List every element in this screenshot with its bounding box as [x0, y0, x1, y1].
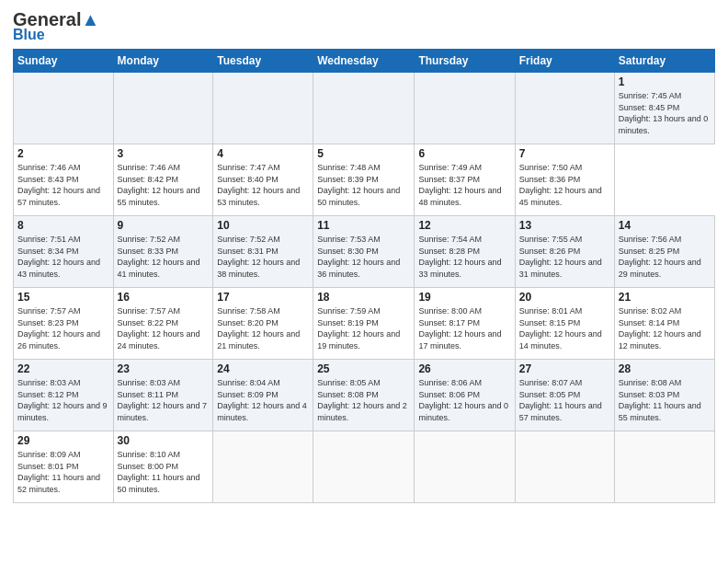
calendar-cell: 26Sunrise: 8:06 AMSunset: 8:06 PMDayligh…	[415, 360, 515, 431]
day-number: 14	[619, 219, 711, 232]
day-info: Sunrise: 8:05 AMSunset: 8:08 PMDaylight:…	[317, 377, 410, 423]
day-number: 28	[619, 362, 711, 375]
day-info: Sunrise: 7:59 AMSunset: 8:19 PMDaylight:…	[317, 305, 410, 351]
logo-subtext: Blue	[13, 27, 45, 43]
day-info: Sunrise: 7:55 AMSunset: 8:26 PMDaylight:…	[519, 234, 610, 280]
calendar-cell	[515, 431, 614, 503]
day-info: Sunrise: 8:00 AMSunset: 8:17 PMDaylight:…	[418, 305, 510, 351]
calendar-cell	[515, 73, 614, 144]
day-number: 2	[17, 147, 109, 160]
day-info: Sunrise: 7:47 AMSunset: 8:40 PMDaylight:…	[217, 162, 309, 208]
day-info: Sunrise: 7:49 AMSunset: 8:37 PMDaylight:…	[418, 162, 510, 208]
day-number: 13	[519, 219, 610, 232]
day-info: Sunrise: 8:02 AMSunset: 8:14 PMDaylight:…	[619, 305, 711, 351]
day-info: Sunrise: 8:08 AMSunset: 8:03 PMDaylight:…	[619, 377, 711, 423]
day-number: 7	[519, 147, 610, 160]
calendar-cell: 6Sunrise: 7:49 AMSunset: 8:37 PMDaylight…	[415, 144, 515, 216]
calendar-cell	[14, 73, 114, 144]
day-number: 3	[118, 147, 210, 160]
week-row-3: 15Sunrise: 7:57 AMSunset: 8:23 PMDayligh…	[14, 288, 715, 360]
day-info: Sunrise: 7:58 AMSunset: 8:20 PMDaylight:…	[217, 305, 309, 351]
calendar-cell: 12Sunrise: 7:54 AMSunset: 8:28 PMDayligh…	[415, 216, 515, 288]
logo: General▲ Blue	[13, 9, 99, 43]
calendar-cell	[614, 431, 714, 503]
day-number: 29	[17, 434, 109, 447]
day-number: 18	[317, 291, 410, 304]
day-header-saturday: Saturday	[614, 50, 714, 73]
week-row-0: 1Sunrise: 7:45 AMSunset: 8:45 PMDaylight…	[14, 73, 715, 144]
day-number: 4	[217, 147, 309, 160]
day-info: Sunrise: 8:04 AMSunset: 8:09 PMDaylight:…	[217, 377, 309, 423]
calendar-cell: 5Sunrise: 7:48 AMSunset: 8:39 PMDaylight…	[313, 144, 415, 216]
calendar-cell: 13Sunrise: 7:55 AMSunset: 8:26 PMDayligh…	[515, 216, 614, 288]
calendar-cell	[213, 431, 313, 503]
calendar-cell: 8Sunrise: 7:51 AMSunset: 8:34 PMDaylight…	[14, 216, 114, 288]
day-number: 27	[519, 362, 610, 375]
header: General▲ Blue	[13, 9, 715, 43]
day-info: Sunrise: 8:10 AMSunset: 8:00 PMDaylight:…	[118, 449, 210, 495]
calendar-cell: 16Sunrise: 7:57 AMSunset: 8:22 PMDayligh…	[113, 288, 213, 360]
calendar-cell: 30Sunrise: 8:10 AMSunset: 8:00 PMDayligh…	[113, 431, 213, 503]
day-number: 19	[418, 291, 510, 304]
calendar-cell: 27Sunrise: 8:07 AMSunset: 8:05 PMDayligh…	[515, 360, 614, 431]
day-info: Sunrise: 8:07 AMSunset: 8:05 PMDaylight:…	[519, 377, 610, 423]
calendar-cell: 28Sunrise: 8:08 AMSunset: 8:03 PMDayligh…	[614, 360, 714, 431]
day-header-thursday: Thursday	[415, 50, 515, 73]
day-number: 9	[118, 219, 210, 232]
calendar-cell: 14Sunrise: 7:56 AMSunset: 8:25 PMDayligh…	[614, 216, 714, 288]
day-number: 25	[317, 362, 410, 375]
page-container: General▲ Blue SundayMondayTuesdayWednesd…	[0, 0, 728, 511]
day-info: Sunrise: 7:51 AMSunset: 8:34 PMDaylight:…	[17, 234, 109, 280]
day-number: 6	[418, 147, 510, 160]
day-header-tuesday: Tuesday	[213, 50, 313, 73]
day-number: 24	[217, 362, 309, 375]
day-info: Sunrise: 7:56 AMSunset: 8:25 PMDaylight:…	[619, 234, 711, 280]
day-number: 1	[619, 75, 711, 88]
day-info: Sunrise: 7:46 AMSunset: 8:42 PMDaylight:…	[118, 162, 210, 208]
calendar-cell	[313, 431, 415, 503]
day-number: 21	[619, 291, 711, 304]
day-info: Sunrise: 7:54 AMSunset: 8:28 PMDaylight:…	[418, 234, 510, 280]
day-number: 15	[17, 291, 109, 304]
week-row-5: 29Sunrise: 8:09 AMSunset: 8:01 PMDayligh…	[14, 431, 715, 503]
calendar-cell: 24Sunrise: 8:04 AMSunset: 8:09 PMDayligh…	[213, 360, 313, 431]
day-info: Sunrise: 8:03 AMSunset: 8:12 PMDaylight:…	[17, 377, 109, 423]
calendar-cell: 18Sunrise: 7:59 AMSunset: 8:19 PMDayligh…	[313, 288, 415, 360]
calendar-cell: 29Sunrise: 8:09 AMSunset: 8:01 PMDayligh…	[14, 431, 114, 503]
day-number: 5	[317, 147, 410, 160]
day-header-sunday: Sunday	[14, 50, 114, 73]
day-info: Sunrise: 7:52 AMSunset: 8:31 PMDaylight:…	[217, 234, 309, 280]
day-number: 11	[317, 219, 410, 232]
day-number: 23	[118, 362, 210, 375]
calendar-cell: 10Sunrise: 7:52 AMSunset: 8:31 PMDayligh…	[213, 216, 313, 288]
day-info: Sunrise: 7:53 AMSunset: 8:30 PMDaylight:…	[317, 234, 410, 280]
day-header-friday: Friday	[515, 50, 614, 73]
week-row-2: 8Sunrise: 7:51 AMSunset: 8:34 PMDaylight…	[14, 216, 715, 288]
calendar-cell: 25Sunrise: 8:05 AMSunset: 8:08 PMDayligh…	[313, 360, 415, 431]
calendar-cell: 3Sunrise: 7:46 AMSunset: 8:42 PMDaylight…	[113, 144, 213, 216]
week-row-1: 2Sunrise: 7:46 AMSunset: 8:43 PMDaylight…	[14, 144, 715, 216]
calendar-cell: 2Sunrise: 7:46 AMSunset: 8:43 PMDaylight…	[14, 144, 114, 216]
week-row-4: 22Sunrise: 8:03 AMSunset: 8:12 PMDayligh…	[14, 360, 715, 431]
day-header-monday: Monday	[113, 50, 213, 73]
calendar-cell: 22Sunrise: 8:03 AMSunset: 8:12 PMDayligh…	[14, 360, 114, 431]
calendar-cell	[213, 73, 313, 144]
calendar-cell	[113, 73, 213, 144]
day-info: Sunrise: 8:09 AMSunset: 8:01 PMDaylight:…	[17, 449, 109, 495]
day-info: Sunrise: 7:45 AMSunset: 8:45 PMDaylight:…	[619, 90, 711, 136]
day-info: Sunrise: 7:46 AMSunset: 8:43 PMDaylight:…	[17, 162, 109, 208]
day-number: 12	[418, 219, 510, 232]
day-info: Sunrise: 7:50 AMSunset: 8:36 PMDaylight:…	[519, 162, 610, 208]
day-info: Sunrise: 8:06 AMSunset: 8:06 PMDaylight:…	[418, 377, 510, 423]
calendar-cell	[415, 431, 515, 503]
calendar-cell: 4Sunrise: 7:47 AMSunset: 8:40 PMDaylight…	[213, 144, 313, 216]
calendar-cell	[415, 73, 515, 144]
day-info: Sunrise: 8:03 AMSunset: 8:11 PMDaylight:…	[118, 377, 210, 423]
calendar-table: SundayMondayTuesdayWednesdayThursdayFrid…	[13, 49, 715, 503]
day-info: Sunrise: 7:57 AMSunset: 8:23 PMDaylight:…	[17, 305, 109, 351]
calendar-cell: 20Sunrise: 8:01 AMSunset: 8:15 PMDayligh…	[515, 288, 614, 360]
calendar-cell: 1Sunrise: 7:45 AMSunset: 8:45 PMDaylight…	[614, 73, 714, 144]
calendar-cell	[313, 73, 415, 144]
calendar-cell: 15Sunrise: 7:57 AMSunset: 8:23 PMDayligh…	[14, 288, 114, 360]
day-info: Sunrise: 7:48 AMSunset: 8:39 PMDaylight:…	[317, 162, 410, 208]
